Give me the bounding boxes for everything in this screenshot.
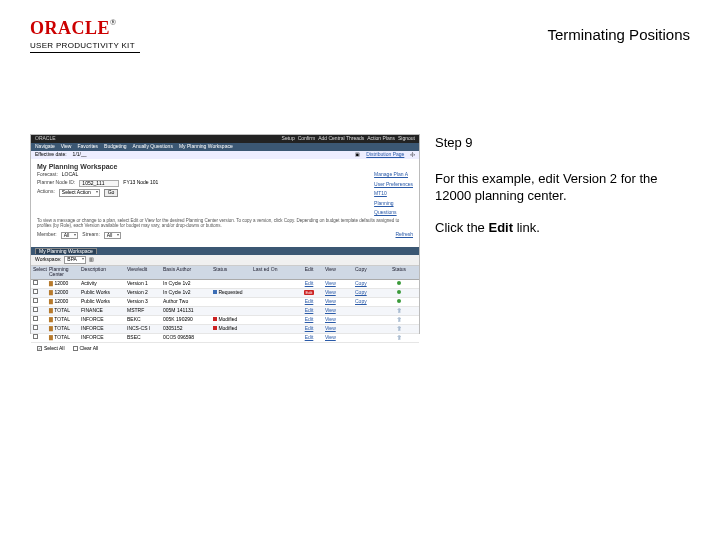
text: link. <box>513 220 540 235</box>
shot-note: To view a message or change to a plan, s… <box>37 219 413 229</box>
go-button: Go <box>104 189 119 197</box>
ctl-label: Workspace: <box>35 257 61 263</box>
table-row: ▇ TOTALINFORCEINCS-CS I0305152 ModifiedE… <box>31 325 419 334</box>
shot-topbar-item: Setup <box>282 136 295 142</box>
table-body: ▇ 12000ActivityVersion 1In Cycle 1v2Edit… <box>31 280 419 343</box>
view-link[interactable]: View <box>325 298 336 304</box>
trash-icon: 🗑 <box>397 325 402 331</box>
trash-icon: 🗑 <box>397 307 402 313</box>
th: Planning Center <box>49 267 79 278</box>
status-dot-icon <box>397 299 401 303</box>
shot-topbar-menu: Setup Confirm Add Central Threads Action… <box>282 136 415 142</box>
copy-link[interactable]: Copy <box>355 298 367 304</box>
th: Status <box>213 267 251 278</box>
trash-icon: 🗑 <box>397 316 402 322</box>
edit-link[interactable]: Edit <box>305 316 314 322</box>
row-checkbox[interactable] <box>33 316 38 321</box>
status-dot-icon <box>213 317 217 321</box>
instruction-panel: Step 9 For this example, edit Version 2 … <box>435 134 690 250</box>
th: Status <box>385 267 413 278</box>
shot-subnav: Effective date: 1/1/__ ▣ Distribution Pa… <box>31 151 419 159</box>
view-link[interactable]: View <box>325 280 336 286</box>
checkbox-icon <box>73 346 78 351</box>
val-node: 1052_111 <box>79 180 119 188</box>
view-link[interactable]: View <box>325 325 336 331</box>
table-row: ▇ 12000Public WorksVersion 2In Cycle 1v2… <box>31 289 419 298</box>
row-checkbox[interactable] <box>33 307 38 312</box>
instruction-line2: Click the Edit link. <box>435 219 690 237</box>
checkbox-icon <box>37 346 42 351</box>
shot-tab: My Planning Workspace <box>35 248 97 255</box>
text: 12000 planning center. <box>435 188 567 203</box>
chevron-icon: ‹|› <box>410 152 415 158</box>
shot-footer: Select All Clear All <box>31 343 419 355</box>
sel-action: Select Action <box>59 189 100 197</box>
edit-link[interactable]: Edit <box>305 298 314 304</box>
shot-body: My Planning Workspace Forecast:LOCAL Pla… <box>31 159 419 246</box>
th: Edit <box>295 267 323 278</box>
oracle-header: ORACLE® USER PRODUCTIVITY KIT <box>30 18 140 53</box>
shot-subnav-link: Distribution Page <box>366 152 404 158</box>
table-row: ▇ 12000Public WorksVersion 3Author TwoEd… <box>31 298 419 307</box>
text: For this example, edit Version 2 for the <box>435 171 658 186</box>
view-link[interactable]: View <box>325 316 336 322</box>
foot-clearall: Clear All <box>73 346 99 352</box>
product-name: USER PRODUCTIVITY KIT <box>30 41 140 53</box>
status-dot-icon <box>213 326 217 330</box>
row-checkbox[interactable] <box>33 289 38 294</box>
edit-link[interactable]: Edit <box>305 334 314 340</box>
copy-link[interactable]: Copy <box>355 289 367 295</box>
shot-nav-item: Anually Questions <box>133 144 173 150</box>
book-icon: ▇ <box>49 289 53 295</box>
book-icon: ▇ <box>49 325 53 331</box>
ctl-select: BPA <box>64 256 86 264</box>
table-row: ▇ TOTALINFORCEBEKC005K 190290 ModifiedEd… <box>31 316 419 325</box>
row-checkbox[interactable] <box>33 298 38 303</box>
status-dot-icon <box>397 281 401 285</box>
row-checkbox[interactable] <box>33 334 38 339</box>
lab-member: Member: <box>37 232 57 240</box>
text: Click the <box>435 220 488 235</box>
table-row: ▇ TOTALFINANCEMSTRF005M 141131EditView🗑 <box>31 307 419 316</box>
edit-link[interactable]: Edit <box>305 307 314 313</box>
status-dot-icon <box>213 290 217 294</box>
rlink: Planning <box>374 201 393 207</box>
th: Select <box>33 267 47 278</box>
view-link[interactable]: View <box>325 334 336 340</box>
edit-link-highlight[interactable]: Edit <box>304 290 315 295</box>
edit-link[interactable]: Edit <box>305 325 314 331</box>
copy-link[interactable]: Copy <box>355 280 367 286</box>
row-checkbox[interactable] <box>33 325 38 330</box>
th: Copy <box>355 267 383 278</box>
table-row: ▇ TOTALINFORCEBSEC0CO5 096598EditView🗑 <box>31 334 419 343</box>
shot-topbar-item: Confirm <box>298 136 316 142</box>
view-link[interactable]: View <box>325 307 336 313</box>
shot-topbar-item: Add Central Threads <box>318 136 364 142</box>
book-icon: ▇ <box>49 298 53 304</box>
val-forecast: LOCAL <box>62 172 78 178</box>
val-node-plain: FY13 Node 101 <box>123 180 158 188</box>
shot-nav-item: Favorites <box>77 144 98 150</box>
shot-ctlrow: Workspace: BPA ▥ <box>31 255 419 266</box>
view-link[interactable]: View <box>325 289 336 295</box>
shot-topbar: ORACLE Setup Confirm Add Central Threads… <box>31 135 419 143</box>
lab-node: Planner Node ID: <box>37 180 75 188</box>
folder-icon: ▣ <box>355 152 360 158</box>
rlink: MT10 <box>374 191 387 197</box>
edit-link[interactable]: Edit <box>305 280 314 286</box>
book-icon: ▇ <box>49 280 53 286</box>
row-checkbox[interactable] <box>33 280 38 285</box>
book-icon: ▇ <box>49 316 53 322</box>
shot-subnav-val: 1/1/__ <box>73 152 87 158</box>
shot-heading: My Planning Workspace <box>37 163 413 171</box>
oracle-wordmark: ORACLE <box>30 18 110 38</box>
th: View <box>325 267 353 278</box>
shot-tabbar: My Planning Workspace <box>31 247 419 255</box>
th: View/edit <box>127 267 161 278</box>
lab-action: Actions: <box>37 189 55 197</box>
shot-topbar-brand: ORACLE <box>35 136 56 142</box>
lab-forecast: Forecast: <box>37 172 58 178</box>
trash-icon: 🗑 <box>397 334 402 340</box>
app-screenshot: ORACLE Setup Confirm Add Central Threads… <box>30 134 420 334</box>
th: Last ed On <box>253 267 293 278</box>
